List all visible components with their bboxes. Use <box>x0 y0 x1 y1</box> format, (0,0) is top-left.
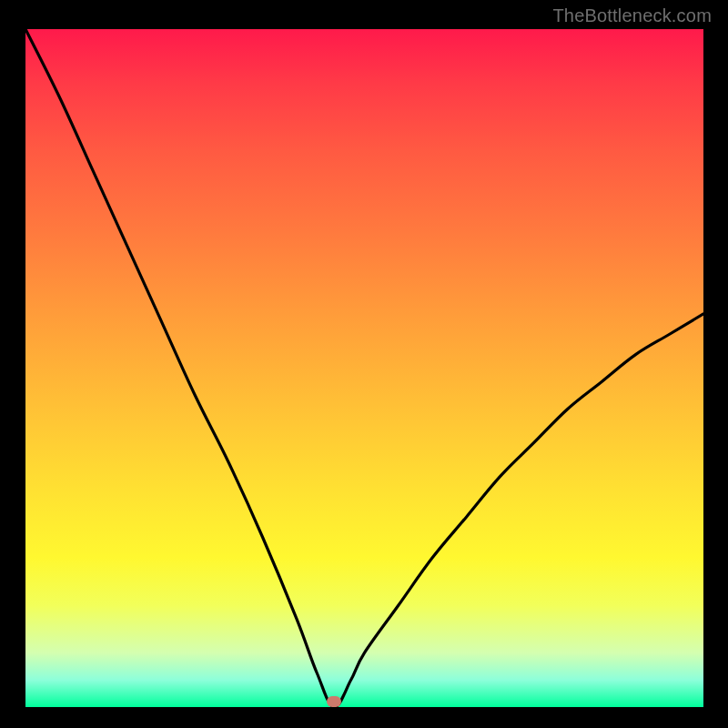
plot-area <box>25 29 703 707</box>
chart-frame: TheBottleneck.com <box>0 0 728 728</box>
bottleneck-curve <box>25 29 703 707</box>
optimum-marker <box>327 696 341 707</box>
watermark-text: TheBottleneck.com <box>552 5 712 26</box>
